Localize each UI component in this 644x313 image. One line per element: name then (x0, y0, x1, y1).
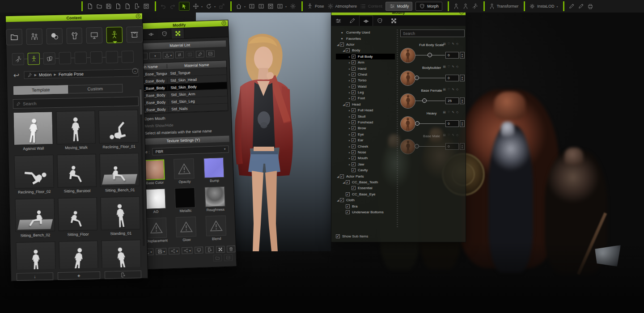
tab-morph[interactable] (359, 16, 373, 26)
tree-scrollbar[interactable] (397, 30, 398, 228)
preview-camera-button[interactable]: ▾ (277, 3, 287, 9)
modify-toggle-button[interactable]: Modify (386, 2, 413, 11)
morph-search-input[interactable] (403, 31, 462, 36)
tree-item[interactable]: ▸✓Nose (336, 149, 395, 155)
texture-thumbnail[interactable] (146, 217, 167, 238)
pose-mode-button[interactable]: Pose (307, 3, 324, 9)
morph-thumbnail[interactable] (400, 93, 415, 109)
subcategory-empty[interactable] (75, 51, 87, 64)
open-project-button[interactable] (96, 3, 102, 9)
camera-view-button[interactable] (267, 3, 274, 9)
apply-down-button[interactable]: ↓ (17, 272, 53, 281)
tab-material[interactable] (171, 28, 185, 39)
tree-item[interactable]: ✓Bra (336, 203, 395, 209)
save-material-button[interactable]: ▾ (156, 248, 167, 255)
tree-item[interactable]: ▸✓Skull (336, 113, 395, 119)
pose-tile[interactable]: Standing_01 (101, 196, 140, 236)
slider-value-input[interactable] (445, 75, 459, 81)
tree-item[interactable]: ▸✓Mouth (336, 155, 395, 161)
tree-item[interactable]: ✓Cavity (336, 167, 395, 173)
mesh-show-hide-option[interactable]: Mesh Show/Hide (138, 121, 231, 128)
slider-thumb[interactable] (422, 98, 427, 103)
content-search-box[interactable] (13, 97, 139, 109)
texture-slot-blend[interactable]: Blend (202, 216, 230, 241)
material-view-dropdown[interactable]: ▾ (149, 52, 161, 59)
category-props[interactable] (86, 27, 103, 44)
breadcrumb-root[interactable]: Motion (39, 72, 52, 77)
pose-tile[interactable]: Sitting_Floor (58, 197, 97, 237)
tree-item[interactable]: ▸✓Chest (336, 72, 395, 77)
texture-slot-roughness[interactable]: Roughness (201, 186, 229, 212)
texture-slot-metallic[interactable]: Metallic (171, 187, 199, 213)
back-button[interactable]: ↩ (11, 72, 21, 79)
tree-item[interactable]: ◢✓Head (336, 102, 395, 107)
export-texture-button[interactable] (205, 246, 214, 254)
tab-texture[interactable] (387, 16, 401, 26)
subcategory-gesture[interactable] (43, 52, 56, 65)
transformer-button[interactable]: Transformer (489, 3, 519, 9)
category-project[interactable] (6, 29, 22, 46)
slider-value-input[interactable] (445, 143, 459, 150)
tree-item[interactable]: ◢✓CC_Base_Teeth (336, 179, 395, 185)
tab-custom[interactable]: Custom (68, 84, 123, 94)
link-button[interactable] (213, 254, 222, 262)
subcategory-empty[interactable] (59, 52, 72, 64)
tree-item[interactable]: ✓Essential (336, 185, 395, 191)
copy-material-button[interactable]: ▾ (169, 247, 180, 254)
delete-texture-button[interactable] (227, 245, 236, 253)
show-sub-items-option[interactable]: ✓ Show Sub Items (336, 234, 368, 238)
render-button[interactable] (143, 3, 149, 9)
slider-thumb[interactable] (415, 76, 419, 80)
save-button[interactable] (106, 3, 112, 9)
pose-tile[interactable]: Against Wall (13, 111, 53, 151)
side-view-button[interactable] (258, 3, 264, 9)
scale-tool-button[interactable] (219, 3, 225, 9)
print-button[interactable] (587, 3, 593, 9)
new-project-button[interactable] (87, 3, 93, 9)
tree-item[interactable]: ◢✓Actor Parts (336, 173, 395, 179)
save-scene-button[interactable] (124, 3, 131, 9)
tree-item[interactable]: ◢✓Cloth (336, 197, 395, 203)
paste-material-button[interactable]: ▾ (182, 247, 193, 254)
value-spinner[interactable]: ▲▼ (460, 75, 465, 81)
texture-thumbnail[interactable] (174, 158, 195, 179)
morph-thumbnail[interactable] (400, 71, 415, 86)
value-spinner[interactable]: ▲▼ (460, 52, 465, 59)
shader-type-select[interactable]: PBR ▾ (152, 145, 229, 155)
pose-tile[interactable]: Reclining_Floor_01 (99, 110, 139, 149)
tab-edit-pose[interactable] (345, 16, 359, 26)
morph-thumbnail[interactable] (400, 139, 415, 154)
tab-face[interactable] (373, 16, 387, 26)
subcategory-empty[interactable] (106, 51, 119, 63)
move-tool-button[interactable]: ▾ (193, 3, 203, 9)
breadcrumb-current[interactable]: Female Pose (59, 72, 84, 77)
tree-item[interactable]: ▸✓Torso (336, 77, 395, 83)
pose-tile[interactable] (102, 240, 141, 270)
slider-value-input[interactable] (445, 120, 459, 127)
apply-to-actor-button[interactable] (105, 271, 141, 279)
unlink-button[interactable] (224, 254, 233, 261)
tree-item[interactable]: ◢✓Actor (336, 42, 395, 47)
tree-item[interactable]: ✓Underwear Bottoms (336, 209, 395, 215)
open-mouth-option[interactable]: Open Mouth (138, 114, 231, 121)
value-spinner[interactable]: ▲▼ (460, 120, 465, 127)
undo-button[interactable] (160, 3, 166, 9)
column-material-name[interactable]: Material Name (167, 62, 226, 68)
texture-slot-bump[interactable]: Bump (200, 157, 228, 183)
tree-item[interactable]: ▸✓Jaw (336, 161, 395, 167)
tree-item[interactable]: ▸✓Brow (336, 125, 395, 131)
pose-tile[interactable] (16, 241, 55, 270)
category-material[interactable] (46, 28, 63, 45)
slider-thumb[interactable] (415, 121, 419, 126)
tree-item[interactable]: ▸✓Arm (336, 59, 395, 65)
tree-item[interactable]: ▸✓Full Head (336, 107, 395, 113)
morph-search-box[interactable] (400, 30, 465, 37)
breadcrumb[interactable]: ▶ Motion ▶ Female Pose (24, 69, 139, 79)
content-search-input[interactable] (23, 99, 136, 106)
close-icon[interactable]: ✕ (221, 21, 226, 25)
instalod-button[interactable]: InstaLOD▾ (529, 3, 558, 9)
texture-thumbnail[interactable] (144, 160, 165, 181)
tree-item[interactable]: ◢✓Body (336, 47, 395, 53)
texture-thumbnail[interactable] (204, 186, 225, 207)
pose-tile[interactable]: Sitting_Bench_02 (15, 198, 55, 238)
